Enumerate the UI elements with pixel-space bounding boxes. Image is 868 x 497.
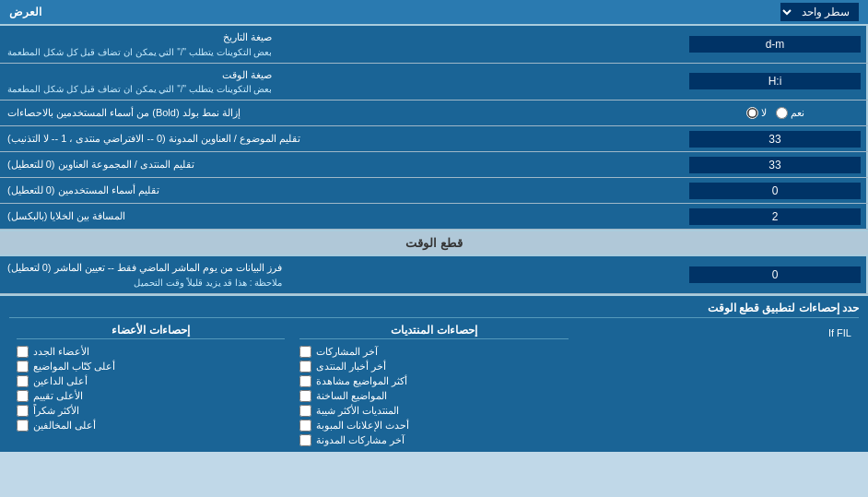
forum-trim-row: 33 تقليم المنتدى / المجموعة العناوين (0 … [0,152,868,178]
stat-forums-2: أكثر المواضيع مشاهدة [299,375,568,387]
subject-trim-input[interactable]: 33 [689,131,861,148]
cell-spacing-label: المسافة بين الخلايا (بالبكسل) [0,204,684,229]
bold-remove-row: نعم لا إزالة نمط بولد (Bold) من أسماء ال… [0,101,868,126]
stat-forums-1-checkbox[interactable] [299,361,311,373]
stat-members-1: أعلى كتّاب المواضيع [17,361,285,373]
stat-forums-0-checkbox[interactable] [299,346,311,358]
stat-members-2-checkbox[interactable] [17,375,29,387]
stats-section-title: حدد إحصاءات لتطبيق قطع الوقت [9,302,859,318]
stat-forums-5: أحدث الإعلانات المبوبة [299,420,568,432]
date-format-label: صيغة التاريخ بعض التكوينات يتطلب "/" الت… [0,26,684,63]
time-format-input[interactable]: H:i [689,73,861,89]
stat-members-0: الأعضاء الجدد [17,346,285,358]
stat-members-4: الأكثر شكراً [17,405,285,417]
stats-col-members: إحصاءات الأعضاء الأعضاء الجدد أعلى كتّاب… [9,324,292,446]
user-trim-row: 0 تقليم أسماء المستخدمين (0 للتعطيل) [0,178,868,204]
section-title: العرض [9,6,41,18]
stat-forums-4-checkbox[interactable] [299,405,311,417]
display-mode-select[interactable]: سطر واحد سطران ثلاثة أسطر [780,3,859,21]
stat-members-2: أعلى الداعين [17,375,285,387]
bold-remove-radio-wrapper: نعم لا [684,101,868,125]
time-format-label: صيغة الوقت بعض التكوينات يتطلب "/" التي … [0,64,684,101]
time-cutoff-header: قطع الوقت [0,230,868,256]
user-trim-input-wrapper[interactable]: 0 [684,178,868,203]
stats-grid: إحصاءات الأعضاء الأعضاء الجدد أعلى كتّاب… [9,324,859,446]
cell-spacing-row: 2 المسافة بين الخلايا (بالبكسل) [0,204,868,230]
bold-no-label[interactable]: لا [746,107,767,119]
time-cutoff-row: 0 فرز البيانات من يوم الماشر الماضي فقط … [0,256,868,294]
stat-members-1-checkbox[interactable] [17,361,29,373]
time-cutoff-label: فرز البيانات من يوم الماشر الماضي فقط --… [0,256,684,293]
subject-trim-label: تقليم الموضوع / العناوين المدونة (0 -- ا… [0,126,684,151]
stat-forums-6: آخر مشاركات المدونة [299,434,568,446]
date-format-input-wrapper[interactable]: d-m [684,26,868,63]
date-format-input[interactable]: d-m [689,36,861,53]
time-format-row: H:i صيغة الوقت بعض التكوينات يتطلب "/" ا… [0,64,868,101]
stats-col-forums: إحصاءات المنتديات آخر المشاركات أخر أخبا… [292,324,575,446]
stat-members-4-checkbox[interactable] [17,405,29,417]
if-fil-label: If FIL [583,327,851,338]
subject-trim-row: 33 تقليم الموضوع / العناوين المدونة (0 -… [0,126,868,152]
stats-section: حدد إحصاءات لتطبيق قطع الوقت إحصاءات الأ… [0,294,868,452]
stats-col-forums-header: إحصاءات المنتديات [299,324,568,339]
display-mode-select-wrapper[interactable]: سطر واحد سطران ثلاثة أسطر [780,3,859,21]
stat-forums-6-checkbox[interactable] [299,434,311,446]
stat-members-5: أعلى المخالفين [17,420,285,432]
stat-forums-5-checkbox[interactable] [299,420,311,432]
stats-col-empty: If FIL [576,324,859,446]
forum-trim-label: تقليم المنتدى / المجموعة العناوين (0 للت… [0,152,684,177]
time-cutoff-input[interactable]: 0 [689,266,861,283]
stat-forums-2-checkbox[interactable] [299,375,311,387]
date-format-row: d-m صيغة التاريخ بعض التكوينات يتطلب "/"… [0,26,868,64]
stat-forums-3-checkbox[interactable] [299,390,311,402]
display-mode-header: سطر واحد سطران ثلاثة أسطر العرض [0,0,868,26]
bold-yes-label[interactable]: نعم [776,107,804,119]
cell-spacing-input-wrapper[interactable]: 2 [684,204,868,229]
stat-forums-0: آخر المشاركات [299,346,568,358]
subject-trim-input-wrapper[interactable]: 33 [684,126,868,151]
stat-members-3-checkbox[interactable] [17,390,29,402]
time-format-input-wrapper[interactable]: H:i [684,64,868,101]
user-trim-label: تقليم أسماء المستخدمين (0 للتعطيل) [0,178,684,203]
forum-trim-input-wrapper[interactable]: 33 [684,152,868,177]
stat-members-5-checkbox[interactable] [17,420,29,432]
stats-col-members-header: إحصاءات الأعضاء [17,324,285,339]
stat-members-0-checkbox[interactable] [17,346,29,358]
stat-forums-3: المواضيع الساخنة [299,390,568,402]
bold-remove-label: إزالة نمط بولد (Bold) من أسماء المستخدمي… [0,101,684,125]
cell-spacing-input[interactable]: 2 [689,208,861,225]
bold-yes-radio[interactable] [776,107,788,119]
stat-forums-4: المنتديات الأكثر شيبة [299,405,568,417]
stat-members-3: الأعلى تقييم [17,390,285,402]
stat-forums-1: أخر أخبار المنتدى [299,361,568,373]
time-cutoff-input-wrapper[interactable]: 0 [684,256,868,293]
bold-no-radio[interactable] [746,107,758,119]
user-trim-input[interactable]: 0 [689,183,861,199]
forum-trim-input[interactable]: 33 [689,157,861,173]
